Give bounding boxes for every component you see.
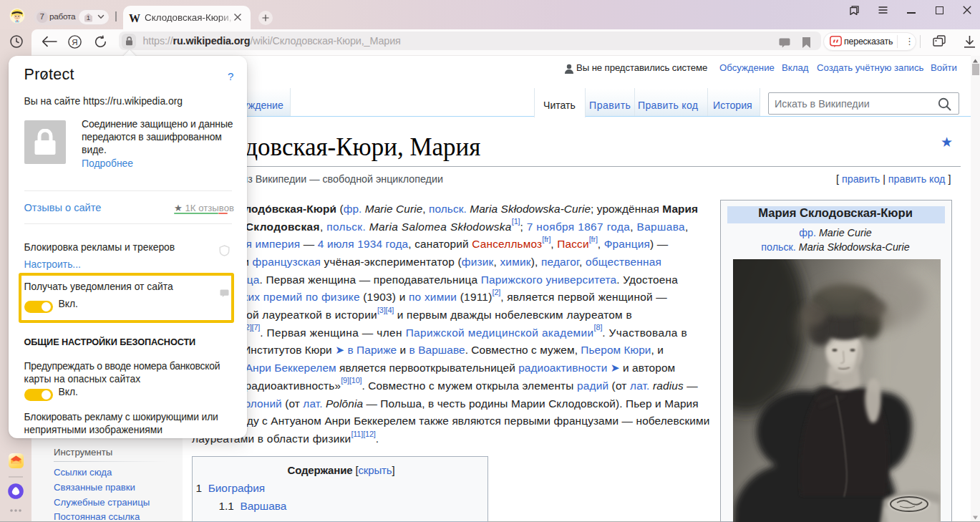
svg-text:1: 1 [86, 14, 89, 21]
svg-text:Я: Я [72, 38, 77, 47]
